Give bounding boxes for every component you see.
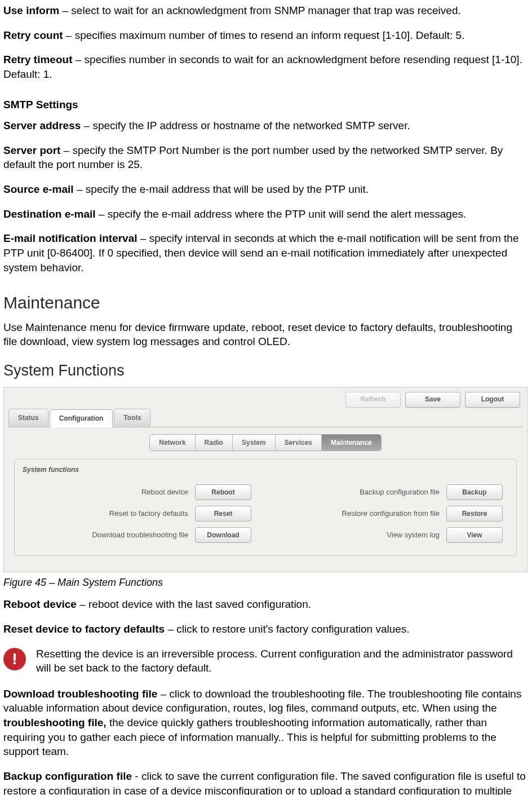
server-address-desc: – specify the IP address or hostname of …	[81, 120, 410, 131]
warning-box: ! Resetting the device is an irreversibl…	[3, 647, 529, 675]
maintenance-intro: Use Maintenance menu for device firmware…	[3, 320, 529, 349]
reset-desc-item: Reset device to factory defaults – click…	[3, 622, 529, 637]
source-email-desc: – specify the e-mail address that will b…	[74, 183, 369, 195]
source-email-term: Source e-mail	[3, 183, 74, 195]
reboot-desc-item: Reboot device – reboot device with the l…	[3, 597, 529, 612]
server-port-term: Server port	[3, 144, 60, 156]
restore-button[interactable]: Restore	[446, 506, 503, 522]
system-functions-screenshot: Refresh Save Logout Status Configuration…	[3, 387, 527, 572]
tab-tools[interactable]: Tools	[114, 409, 150, 426]
refresh-button[interactable]: Refresh	[345, 392, 401, 408]
retry-count-desc: – specifies maximum number of times to r…	[63, 29, 465, 41]
reboot-desc-text: – reboot device with the last saved conf…	[77, 598, 311, 610]
subtab-maintenance[interactable]: Maintenance	[322, 435, 381, 450]
view-log-label: View system log	[280, 530, 446, 540]
reboot-desc-term: Reboot device	[3, 598, 77, 610]
server-port-desc: – specify the SMTP Port Number is the po…	[3, 144, 503, 171]
restore-label: Restore configuration from file	[280, 509, 446, 519]
figure-caption: Figure 45 – Main System Functions	[3, 576, 529, 589]
backup-desc-term: Backup configuration file	[3, 770, 132, 782]
panel-title: System functions	[15, 460, 516, 484]
retry-count-term: Retry count	[3, 29, 63, 41]
top-toolbar: Refresh Save Logout	[4, 387, 527, 410]
interval-item: E-mail notification interval – specify i…	[3, 231, 529, 275]
server-address-term: Server address	[3, 120, 81, 131]
reset-desc-term: Reset device to factory defaults	[3, 623, 165, 635]
primary-tabs: Status Configuration Tools	[4, 410, 527, 427]
backup-desc-item: Backup configuration file - click to sav…	[3, 769, 529, 795]
download-desc-bold: troubleshooting file,	[3, 717, 107, 728]
tab-status[interactable]: Status	[8, 409, 48, 426]
download-button[interactable]: Download	[195, 527, 251, 543]
subtab-system[interactable]: System	[233, 435, 276, 450]
subtab-network[interactable]: Network	[150, 435, 195, 450]
interval-term: E-mail notification interval	[3, 232, 138, 244]
retry-timeout-desc: – specifies number in seconds to wait fo…	[3, 54, 522, 80]
tab-configuration[interactable]: Configuration	[50, 409, 113, 427]
use-inform-item: Use inform – select to wait for an ackno…	[3, 3, 529, 18]
system-functions-panel: System functions Reboot device Reboot Ba…	[14, 459, 517, 556]
retry-count-item: Retry count – specifies maximum number o…	[3, 28, 529, 43]
use-inform-desc: – select to wait for an acknowledgment f…	[59, 5, 460, 16]
dest-email-term: Destination e-mail	[3, 208, 96, 220]
backup-button[interactable]: Backup	[446, 484, 503, 500]
dest-email-desc: – specify the e-mail address where the P…	[96, 208, 467, 220]
reset-desc-text: – click to restore unit's factory config…	[165, 623, 410, 635]
reboot-label: Reboot device	[28, 487, 195, 497]
smtp-heading: SMTP Settings	[3, 98, 529, 112]
subtab-radio[interactable]: Radio	[196, 435, 233, 450]
download-label: Download troubleshooting file	[28, 530, 195, 540]
maintenance-heading: Maintenance	[3, 292, 529, 315]
server-address-item: Server address – specify the IP address …	[3, 118, 529, 133]
source-email-item: Source e-mail – specify the e-mail addre…	[3, 182, 529, 197]
view-button[interactable]: View	[446, 527, 503, 543]
warning-icon: !	[3, 648, 26, 670]
secondary-tabs: Network Radio System Services Maintenanc…	[4, 427, 527, 459]
download-desc-term: Download troubleshooting file	[3, 688, 157, 700]
retry-timeout-item: Retry timeout – specifies number in seco…	[3, 52, 529, 81]
use-inform-term: Use inform	[3, 5, 59, 16]
subtab-services[interactable]: Services	[276, 435, 322, 450]
save-button[interactable]: Save	[405, 392, 460, 408]
reset-label: Reset to factory defaults	[28, 509, 195, 519]
system-functions-heading: System Functions	[3, 360, 529, 381]
reset-button[interactable]: Reset	[195, 506, 251, 522]
reboot-button[interactable]: Reboot	[195, 484, 251, 500]
logout-button[interactable]: Logout	[465, 392, 520, 408]
warning-text: Resetting the device is an irreversible …	[36, 647, 529, 675]
server-port-item: Server port – specify the SMTP Port Numb…	[3, 143, 529, 172]
download-desc-item: Download troubleshooting file – click to…	[3, 687, 529, 759]
backup-label: Backup configuration file	[280, 487, 446, 497]
dest-email-item: Destination e-mail – specify the e-mail …	[3, 207, 529, 222]
retry-timeout-term: Retry timeout	[3, 54, 72, 65]
